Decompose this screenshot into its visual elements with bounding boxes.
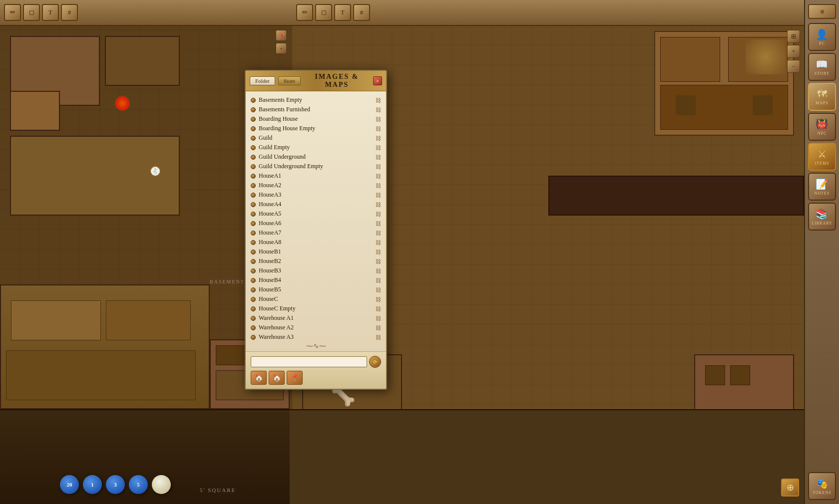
images-maps-modal: Folder Store IMAGES & MAPS × Basements E… (245, 70, 387, 390)
link-icon[interactable]: ⛓ (376, 97, 381, 103)
list-item[interactable]: HouseA1 ⛓ (246, 171, 386, 181)
sidebar-btn-library[interactable]: 📚 LIBRARY (808, 203, 836, 231)
list-item[interactable]: HouseB1 ⛓ (246, 247, 386, 256)
die-d3[interactable]: 3 (106, 475, 125, 494)
link-icon[interactable]: ⛓ (376, 240, 381, 246)
left-plus-btn[interactable]: + (276, 43, 287, 54)
link-icon[interactable]: ⛓ (376, 154, 381, 160)
list-item[interactable]: HouseC Empty ⛓ (246, 304, 386, 313)
store-tab[interactable]: Store (278, 76, 301, 85)
list-item[interactable]: Boarding House ⛓ (246, 114, 386, 124)
folder-tab[interactable]: Folder (250, 76, 275, 85)
list-item[interactable]: Guild Underground ⛓ (246, 152, 386, 162)
search-go-btn[interactable]: ⟳ (369, 356, 381, 368)
zoom-btn-bottom-right[interactable]: ⊕ (781, 479, 799, 497)
item-label: HouseC Empty (259, 305, 296, 312)
plus-btn[interactable]: + (787, 45, 800, 58)
list-item[interactable]: HouseA5 ⛓ (246, 209, 386, 219)
link-icon[interactable]: ⛓ (376, 164, 381, 170)
list-item[interactable]: Guild ⛓ (246, 133, 386, 143)
list-item[interactable]: HouseA2 ⛓ (246, 181, 386, 190)
item-dot (251, 231, 256, 236)
die-d1[interactable]: 1 (83, 475, 102, 494)
toolbar-right-text-btn[interactable]: T (334, 4, 351, 21)
sidebar-btn-notes[interactable]: 📝 NOTES (808, 173, 836, 201)
die-white[interactable] (152, 475, 171, 494)
list-item[interactable]: HouseB2 ⛓ (246, 256, 386, 266)
list-item[interactable]: Warehouse A1 ⛓ (246, 313, 386, 323)
link-icon[interactable]: ⛓ (376, 192, 381, 198)
settings-btn[interactable]: ⚙ (808, 4, 836, 19)
link-icon[interactable]: ⛓ (376, 145, 381, 151)
link-icon[interactable]: ⛓ (376, 325, 381, 331)
sidebar-btn-items[interactable]: ⚔ ITEMS (808, 143, 836, 171)
list-item[interactable]: Basements Empty ⛓ (246, 95, 386, 105)
modal-close-btn[interactable]: × (373, 76, 382, 85)
link-icon[interactable]: ⛓ (376, 126, 381, 132)
minimize-btn[interactable]: ⊞ (787, 30, 800, 43)
toolbar-right-erase-btn[interactable]: ◻ (315, 4, 332, 21)
item-label: Guild Underground (259, 153, 306, 161)
action-btn-2[interactable]: 🏠 (269, 371, 285, 385)
toolbar-right-grid-btn[interactable]: # (353, 4, 370, 21)
sidebar-btn-story[interactable]: 📖 STORY (808, 53, 836, 81)
list-item[interactable]: HouseA7 ⛓ (246, 228, 386, 238)
link-icon[interactable]: ⛓ (376, 173, 381, 179)
die-d5[interactable]: 5 (129, 475, 148, 494)
toolbar-text-btn[interactable]: T (42, 4, 59, 21)
link-icon[interactable]: ⛓ (376, 334, 381, 340)
link-icon[interactable]: ⛓ (376, 258, 381, 264)
toolbar-left: ✏ ◻ T # (0, 0, 292, 26)
link-icon[interactable]: ⛓ (376, 306, 381, 312)
toolbar-right-pencil-btn[interactable]: ✏ (296, 4, 313, 21)
toolbar-grid-btn[interactable]: # (61, 4, 78, 21)
left-pin-btn[interactable]: 📌 (276, 30, 287, 41)
toolbar-pencil-btn[interactable]: ✏ (4, 4, 21, 21)
action-btn-1[interactable]: 🏠 (251, 371, 267, 385)
list-item[interactable]: Guild Underground Empty ⛓ (246, 162, 386, 171)
list-item[interactable]: HouseA6 ⛓ (246, 219, 386, 228)
list-item[interactable]: Basements Furnished ⛓ (246, 105, 386, 114)
action-btn-3[interactable]: 📍 (287, 371, 303, 385)
link-icon[interactable]: ⛓ (376, 230, 381, 236)
tokens-icon: 🎭 (816, 478, 829, 490)
list-item[interactable]: HouseA3 ⛓ (246, 190, 386, 200)
sidebar-btn-tokens[interactable]: 🎭 TOKENS (808, 472, 836, 500)
list-item[interactable]: Warehouse A3 ⛓ (246, 332, 386, 341)
list-item[interactable]: HouseC ⛓ (246, 294, 386, 304)
list-item[interactable]: Warehouse A2 ⛓ (246, 323, 386, 332)
list-item[interactable]: HouseB5 ⛓ (246, 285, 386, 294)
list-item[interactable]: HouseB3 ⛓ (246, 266, 386, 275)
item-dot (251, 164, 256, 169)
link-icon[interactable]: ⛓ (376, 296, 381, 302)
link-icon[interactable]: ⛓ (376, 135, 381, 141)
minus-btn[interactable]: − (787, 60, 800, 73)
search-input[interactable] (251, 356, 367, 367)
link-icon[interactable]: ⛓ (376, 107, 381, 113)
die-d20[interactable]: 20 (60, 475, 79, 494)
dice-area: 20 1 3 5 (60, 475, 171, 494)
toolbar-erase-btn[interactable]: ◻ (23, 4, 40, 21)
modal-title: IMAGES & MAPS (304, 73, 370, 89)
link-icon[interactable]: ⛓ (376, 277, 381, 283)
sidebar-btn-npc[interactable]: 👹 NPC (808, 113, 836, 141)
link-icon[interactable]: ⛓ (376, 183, 381, 189)
item-label: Basements Furnished (259, 106, 310, 113)
link-icon[interactable]: ⛓ (376, 221, 381, 227)
scroll-decor: ⁓∿⁓ (246, 341, 386, 351)
sidebar-btn-maps[interactable]: 🗺 MAPS (808, 83, 836, 111)
sidebar-btn-pc[interactable]: 👤 PC (808, 23, 836, 51)
list-item[interactable]: HouseA8 ⛓ (246, 238, 386, 247)
list-item[interactable]: Guild Empty ⛓ (246, 143, 386, 152)
link-icon[interactable]: ⛓ (376, 116, 381, 122)
left-corner-controls: 📌 + (276, 30, 287, 54)
link-icon[interactable]: ⛓ (376, 287, 381, 293)
list-item[interactable]: HouseA4 ⛓ (246, 200, 386, 209)
link-icon[interactable]: ⛓ (376, 211, 381, 217)
link-icon[interactable]: ⛓ (376, 268, 381, 274)
list-item[interactable]: HouseB4 ⛓ (246, 275, 386, 285)
link-icon[interactable]: ⛓ (376, 249, 381, 255)
link-icon[interactable]: ⛓ (376, 315, 381, 321)
list-item[interactable]: Boarding House Empty ⛓ (246, 124, 386, 133)
link-icon[interactable]: ⛓ (376, 202, 381, 208)
